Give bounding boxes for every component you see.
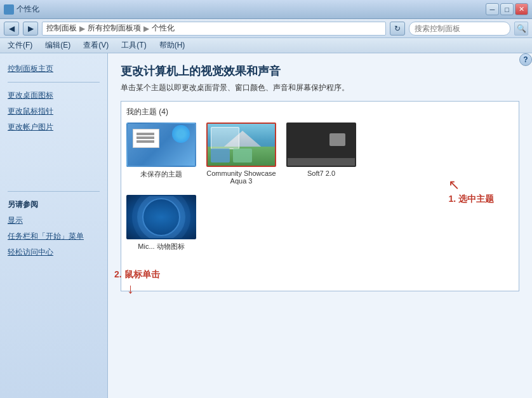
search-button[interactable]: 🔍: [514, 22, 528, 36]
menu-tools[interactable]: 工具(T): [116, 39, 151, 52]
sidebar-link-mouse[interactable]: 更改鼠标指针: [0, 103, 107, 119]
window-controls: ─ □ ✕: [486, 3, 528, 15]
menu-edit[interactable]: 编辑(E): [40, 39, 76, 52]
sidebar: 控制面板主页 更改桌面图标 更改鼠标指针 更改帐户图片 另请参阅 显示 任务栏和…: [0, 53, 108, 398]
soft7-icon: [329, 133, 345, 146]
theme-label-soft7: Soft7 2.0: [307, 169, 335, 177]
water-ripple: [142, 198, 180, 236]
theme-thumb-aqua3: [206, 123, 276, 167]
minimize-button[interactable]: ─: [486, 3, 499, 15]
back-button[interactable]: ◀: [4, 22, 19, 36]
aqua-folder1: [211, 149, 230, 163]
menu-view[interactable]: 查看(V): [78, 39, 114, 52]
menubar: 文件(F) 编辑(E) 查看(V) 工具(T) 帮助(H): [0, 38, 532, 53]
theme-thumb-unsaved: [126, 123, 196, 167]
sidebar-divider2: [8, 191, 100, 192]
app-icon: [4, 4, 14, 15]
theme-label-unsaved: 未保存的主题: [140, 169, 182, 179]
main-layout: 控制面板主页 更改桌面图标 更改鼠标指针 更改帐户图片 另请参阅 显示 任务栏和…: [0, 53, 532, 398]
help-icon[interactable]: ?: [519, 53, 532, 66]
theme-section: 我的主题 (4) 未保存的主题: [121, 101, 519, 291]
theme-label-aqua3: Community ShowcaseAqua 3: [206, 169, 276, 185]
win-logo: [172, 125, 190, 143]
aqua-folder2: [233, 149, 252, 163]
sidebar-link-taskbar[interactable]: 任务栏和「开始」菜单: [0, 229, 107, 244]
sep2: ▶: [143, 24, 149, 33]
theme-label-water: Mic... 动物图标: [138, 242, 184, 251]
sep1: ▶: [79, 24, 85, 33]
aqua-overlay: [211, 127, 239, 149]
search-input[interactable]: [409, 22, 510, 36]
theme-item-aqua3[interactable]: Community ShowcaseAqua 3: [206, 123, 276, 185]
theme-thumb-soft7: [286, 123, 356, 167]
maximize-button[interactable]: □: [500, 3, 514, 15]
sidebar-divider1: [8, 82, 100, 83]
addressbar: ◀ ▶ 控制面板 ▶ 所有控制面板项 ▶ 个性化 ↻ 🔍: [0, 19, 532, 38]
sidebar-link-account[interactable]: 更改帐户图片: [0, 119, 107, 135]
menu-file[interactable]: 文件(F): [3, 39, 37, 52]
theme-item-soft7[interactable]: Soft7 2.0: [286, 123, 356, 185]
close-button[interactable]: ✕: [515, 3, 528, 15]
breadcrumb-part3: 个性化: [152, 23, 175, 34]
breadcrumb-part2: 所有控制面板项: [88, 23, 141, 34]
theme-item-unsaved[interactable]: 未保存的主题: [126, 123, 196, 185]
theme-item-water[interactable]: Mic... 动物图标: [126, 195, 196, 251]
menu-help[interactable]: 帮助(H): [154, 39, 190, 52]
address-box[interactable]: 控制面板 ▶ 所有控制面板项 ▶ 个性化: [42, 22, 386, 36]
page-subtitle: 单击某个主题以即更改桌面背景、窗口颜色、声音和屏幕保护程序。: [121, 83, 519, 93]
forward-button[interactable]: ▶: [23, 22, 38, 36]
breadcrumb-part1: 控制面板: [46, 23, 77, 34]
also-see-title: 另请参阅: [0, 197, 107, 213]
sidebar-link-home[interactable]: 控制面板主页: [0, 61, 107, 77]
sidebar-link-accessibility[interactable]: 轻松访问中心: [0, 244, 107, 260]
page-title: 更改计算机上的视觉效果和声音: [121, 63, 519, 79]
themes-section-title: 我的主题 (4): [126, 107, 514, 117]
theme-thumb-water: [126, 195, 196, 239]
soft7-bar: [288, 158, 355, 166]
titlebar: 个性化 ─ □ ✕: [0, 0, 532, 19]
window-title: 个性化: [17, 4, 483, 15]
theme-grid: 未保存的主题 Community ShowcaseAqua 3: [126, 123, 514, 185]
refresh-button[interactable]: ↻: [390, 22, 405, 36]
content-area: ? 更改计算机上的视觉效果和声音 单击某个主题以即更改桌面背景、窗口颜色、声音和…: [108, 53, 532, 398]
sidebar-link-display[interactable]: 显示: [0, 213, 107, 229]
sidebar-link-desktop-icon[interactable]: 更改桌面图标: [0, 88, 107, 103]
